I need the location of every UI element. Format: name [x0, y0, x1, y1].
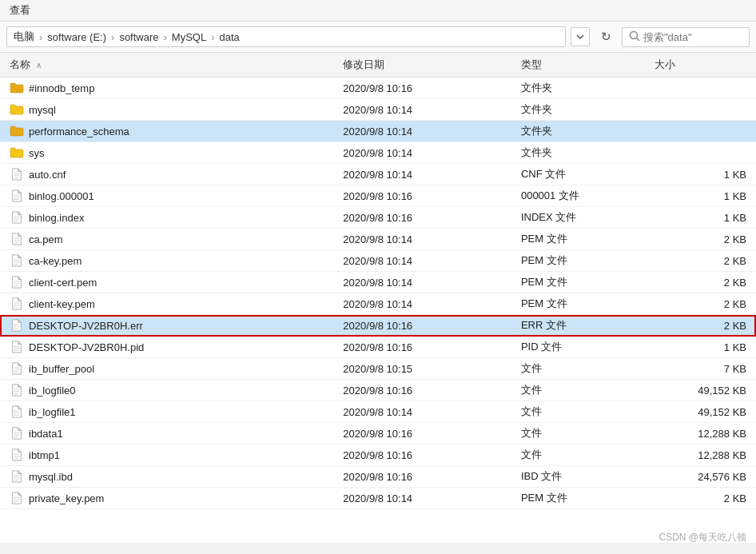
- file-icon: [10, 254, 24, 267]
- file-type: 文件夹: [511, 121, 645, 142]
- file-name: DESKTOP-JV2BR0H.err: [29, 320, 143, 332]
- file-name: binlog.index: [29, 212, 84, 224]
- breadcrumb[interactable]: 电脑 › software (E:) › software › MySQL › …: [6, 26, 566, 47]
- file-name: private_key.pem: [29, 492, 104, 504]
- col-header-type[interactable]: 类型: [511, 53, 645, 78]
- file-type: 文件夹: [511, 78, 645, 99]
- file-name: #innodb_temp: [29, 82, 94, 94]
- table-row[interactable]: ibtmp12020/9/8 10:16文件12,288 KB: [0, 444, 756, 466]
- table-row[interactable]: ib_logfile12020/9/8 10:14文件49,152 KB: [0, 401, 756, 423]
- file-type: PEM 文件: [511, 293, 645, 315]
- file-type: 文件: [511, 358, 645, 380]
- file-type: PEM 文件: [511, 229, 645, 250]
- top-bar: 查看: [0, 0, 756, 22]
- file-date: 2020/9/8 10:14: [333, 401, 511, 423]
- file-name: client-cert.pem: [29, 277, 97, 289]
- file-type: 000001 文件: [511, 185, 645, 207]
- col-header-date[interactable]: 修改日期: [333, 53, 511, 78]
- file-type: 文件: [511, 423, 645, 444]
- file-type: 文件: [511, 380, 645, 401]
- table-header-row: 名称 ∧ 修改日期 类型 大小: [0, 53, 756, 78]
- file-size: 24,576 KB: [645, 466, 756, 488]
- file-size: 2 KB: [645, 272, 756, 293]
- folder-icon: [10, 103, 24, 116]
- file-icon: [10, 233, 24, 245]
- breadcrumb-mysql[interactable]: MySQL: [172, 31, 206, 43]
- file-name: ib_buffer_pool: [29, 363, 94, 375]
- table-row[interactable]: client-cert.pem2020/9/8 10:14PEM 文件2 KB: [0, 272, 756, 293]
- file-date: 2020/9/8 10:14: [333, 229, 511, 250]
- table-row[interactable]: DESKTOP-JV2BR0H.pid2020/9/8 10:16PID 文件1…: [0, 337, 756, 358]
- table-row[interactable]: DESKTOP-JV2BR0H.err2020/9/8 10:16ERR 文件2…: [0, 315, 756, 337]
- file-type: PEM 文件: [511, 250, 645, 272]
- file-date: 2020/9/8 10:14: [333, 293, 511, 315]
- file-size: 12,288 KB: [645, 423, 756, 444]
- table-row[interactable]: ib_logfile02020/9/8 10:16文件49,152 KB: [0, 380, 756, 401]
- file-date: 2020/9/8 10:14: [333, 272, 511, 293]
- file-type: PEM 文件: [511, 272, 645, 293]
- file-date: 2020/9/8 10:14: [333, 142, 511, 164]
- file-icon: [10, 384, 24, 397]
- file-name: ca-key.pem: [29, 255, 82, 267]
- table-row[interactable]: binlog.0000012020/9/8 10:16000001 文件1 KB: [0, 185, 756, 207]
- search-box[interactable]: [622, 27, 750, 47]
- file-date: 2020/9/8 10:14: [333, 250, 511, 272]
- table-row[interactable]: mysql.ibd2020/9/8 10:16IBD 文件24,576 KB: [0, 466, 756, 488]
- file-table: 名称 ∧ 修改日期 类型 大小 #innodb_temp2020/9/8 10:…: [0, 53, 756, 509]
- file-icon: [10, 405, 24, 418]
- col-header-name[interactable]: 名称 ∧: [0, 53, 333, 78]
- view-label: 查看: [10, 4, 30, 16]
- file-type: IBD 文件: [511, 466, 645, 488]
- file-size: 1 KB: [645, 207, 756, 229]
- file-type: INDEX 文件: [511, 207, 645, 229]
- file-icon: [10, 168, 24, 181]
- table-row[interactable]: #innodb_temp2020/9/8 10:16文件夹: [0, 78, 756, 99]
- svg-line-1: [637, 38, 640, 41]
- table-row[interactable]: performance_schema2020/9/8 10:14文件夹: [0, 121, 756, 142]
- table-row[interactable]: sys2020/9/8 10:14文件夹: [0, 142, 756, 164]
- file-date: 2020/9/8 10:16: [333, 185, 511, 207]
- file-date: 2020/9/8 10:14: [333, 99, 511, 121]
- file-name: ib_logfile1: [29, 406, 76, 418]
- breadcrumb-dropdown-btn[interactable]: [571, 27, 590, 46]
- file-size: [645, 121, 756, 142]
- file-size: 2 KB: [645, 229, 756, 250]
- file-date: 2020/9/8 10:16: [333, 380, 511, 401]
- file-size: 1 KB: [645, 337, 756, 358]
- sort-arrow-name: ∧: [36, 61, 42, 70]
- table-row[interactable]: client-key.pem2020/9/8 10:14PEM 文件2 KB: [0, 293, 756, 315]
- file-name: performance_schema: [29, 126, 129, 138]
- file-date: 2020/9/8 10:16: [333, 207, 511, 229]
- file-icon: [10, 297, 24, 310]
- table-row[interactable]: ca-key.pem2020/9/8 10:14PEM 文件2 KB: [0, 250, 756, 272]
- file-icon: [10, 341, 24, 353]
- file-icon: [10, 189, 24, 202]
- file-icon: [10, 211, 24, 224]
- file-type: 文件: [511, 401, 645, 423]
- file-type: PEM 文件: [511, 488, 645, 509]
- table-row[interactable]: private_key.pem2020/9/8 10:14PEM 文件2 KB: [0, 488, 756, 509]
- table-row[interactable]: ca.pem2020/9/8 10:14PEM 文件2 KB: [0, 229, 756, 250]
- table-row[interactable]: binlog.index2020/9/8 10:16INDEX 文件1 KB: [0, 207, 756, 229]
- table-row[interactable]: auto.cnf2020/9/8 10:14CNF 文件1 KB: [0, 164, 756, 185]
- file-type: 文件: [511, 444, 645, 466]
- file-size: 12,288 KB: [645, 444, 756, 466]
- file-icon: [10, 427, 24, 440]
- breadcrumb-data[interactable]: data: [220, 31, 240, 43]
- search-input[interactable]: [643, 31, 739, 43]
- table-row[interactable]: ibdata12020/9/8 10:16文件12,288 KB: [0, 423, 756, 444]
- refresh-button[interactable]: ↻: [595, 26, 617, 48]
- file-name: auto.cnf: [29, 169, 66, 181]
- file-size: 2 KB: [645, 488, 756, 509]
- svg-point-0: [631, 31, 638, 38]
- file-name: DESKTOP-JV2BR0H.pid: [29, 341, 144, 353]
- table-row[interactable]: ib_buffer_pool2020/9/8 10:15文件7 KB: [0, 358, 756, 380]
- breadcrumb-software[interactable]: software: [119, 31, 158, 43]
- table-row[interactable]: mysql2020/9/8 10:14文件夹: [0, 99, 756, 121]
- file-icon: [10, 276, 24, 289]
- file-type: ERR 文件: [511, 315, 645, 337]
- file-size: 2 KB: [645, 250, 756, 272]
- breadcrumb-drive[interactable]: software (E:): [47, 31, 106, 43]
- breadcrumb-pc[interactable]: 电脑: [14, 30, 34, 44]
- col-header-size[interactable]: 大小: [645, 53, 756, 78]
